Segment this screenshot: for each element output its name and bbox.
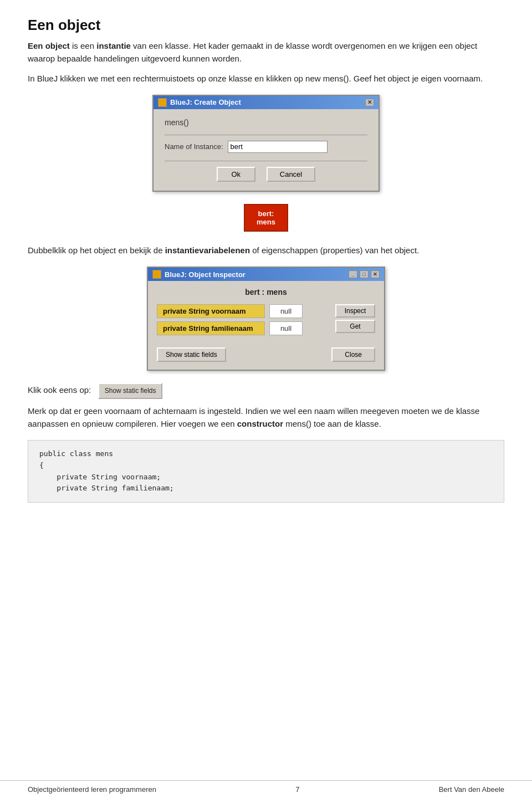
cancel-button[interactable]: Cancel bbox=[267, 167, 315, 182]
ok-button[interactable]: Ok bbox=[217, 167, 255, 182]
create-dialog-buttons: Ok Cancel bbox=[165, 167, 367, 182]
inspector-minimize-button[interactable]: _ bbox=[349, 270, 357, 278]
klik-ook-para: Klik ook eens op: Show static fields bbox=[28, 383, 504, 399]
name-of-instance-label: Name of Instance: bbox=[165, 142, 223, 151]
object-button-line2: mens bbox=[255, 218, 277, 226]
inspector-dialog-icon bbox=[152, 270, 161, 279]
object-button-wrapper: bert: mens bbox=[28, 204, 504, 232]
field-voornaam-name: private String voornaam bbox=[157, 304, 265, 318]
name-of-instance-row: Name of Instance: bbox=[165, 141, 367, 153]
para3-bold: instantievariabelenen bbox=[165, 245, 250, 255]
code-content: public class mens { private String voorn… bbox=[39, 448, 493, 494]
footer: Objectgeörienteerd leren programmeren 7 … bbox=[0, 780, 532, 798]
show-static-inline-button[interactable]: Show static fields bbox=[98, 383, 163, 399]
inspector-close-button[interactable]: ✕ bbox=[371, 270, 380, 278]
show-static-fields-button[interactable]: Show static fields bbox=[157, 347, 226, 362]
para1-is: is een bbox=[70, 41, 96, 50]
inspector-body: bert : mens private String voornaam null… bbox=[148, 281, 384, 370]
create-object-dialog-wrapper: BlueJ: Create Object ✕ mens() Name of In… bbox=[28, 95, 504, 192]
field-familienaam-value: null bbox=[269, 321, 303, 335]
inspector-fields-list: private String voornaam null private Str… bbox=[157, 304, 335, 335]
dialog-close-x-button[interactable]: ✕ bbox=[365, 99, 374, 106]
para3-before: Dubbelklik op het object en bekijk de bbox=[28, 245, 165, 255]
para2: In BlueJ klikken we met een rechtermuist… bbox=[28, 72, 504, 85]
get-button[interactable]: Get bbox=[335, 320, 375, 333]
para3: Dubbelklik op het object en bekijk de in… bbox=[28, 244, 504, 257]
klik-text: Klik ook eens op: bbox=[28, 385, 91, 395]
inspector-dialog: BlueJ: Object Inspector _ □ ✕ bert : men… bbox=[147, 267, 385, 371]
field-voornaam-value: null bbox=[269, 304, 303, 318]
inspector-side-buttons: Inspect Get bbox=[335, 304, 375, 333]
inspector-close-btn[interactable]: Close bbox=[331, 347, 375, 362]
create-dialog-title: BlueJ: Create Object bbox=[170, 98, 241, 106]
para1-bold1: Een object bbox=[28, 41, 70, 50]
field-familienaam-name: private String familienaam bbox=[157, 321, 265, 335]
create-object-dialog: BlueJ: Create Object ✕ mens() Name of In… bbox=[152, 95, 380, 192]
para4-bold: constructor bbox=[237, 419, 283, 428]
inspector-dialog-title: BlueJ: Object Inspector bbox=[165, 270, 245, 279]
inspector-fields-column: private String voornaam null private Str… bbox=[157, 304, 335, 342]
create-dialog-body: mens() Name of Instance: Ok Cancel bbox=[154, 109, 378, 191]
page: Een object Een object is een instantie v… bbox=[0, 0, 532, 798]
object-button-line1: bert: bbox=[255, 209, 277, 218]
inspector-maximize-button[interactable]: □ bbox=[360, 270, 369, 278]
footer-page-number: 7 bbox=[295, 785, 299, 794]
para1: Een object is een instantie van een klas… bbox=[28, 39, 504, 65]
create-dialog-titlebar: BlueJ: Create Object ✕ bbox=[154, 96, 378, 109]
object-instance-button[interactable]: bert: mens bbox=[244, 204, 288, 232]
fields-and-buttons: private String voornaam null private Str… bbox=[157, 304, 375, 342]
inspector-dialog-wrapper: BlueJ: Object Inspector _ □ ✕ bert : men… bbox=[28, 267, 504, 371]
dialog-icon bbox=[158, 98, 167, 107]
footer-left: Objectgeörienteerd leren programmeren bbox=[28, 785, 156, 794]
name-of-instance-input[interactable] bbox=[228, 141, 328, 153]
para4-rest: mens() toe aan de klasse. bbox=[283, 419, 381, 428]
footer-right: Bert Van den Abeele bbox=[439, 785, 504, 794]
para4: Merk op dat er geen voornaam of achterna… bbox=[28, 405, 504, 431]
para1-bold2: instantie bbox=[96, 41, 131, 50]
para3-after: of eigenschappen (properties) van het ob… bbox=[250, 245, 419, 255]
table-row: private String voornaam null bbox=[157, 304, 335, 318]
table-row: private String familienaam null bbox=[157, 321, 335, 335]
inspector-titlebar: BlueJ: Object Inspector _ □ ✕ bbox=[148, 268, 384, 281]
code-block: public class mens { private String voorn… bbox=[28, 440, 504, 503]
inspector-instance-label: bert : mens bbox=[157, 288, 375, 296]
inspector-bottom-row: Show static fields Close bbox=[157, 347, 375, 362]
inspect-button[interactable]: Inspect bbox=[335, 304, 375, 318]
page-heading: Een object bbox=[28, 17, 504, 34]
dialog-method-label: mens() bbox=[165, 118, 367, 127]
